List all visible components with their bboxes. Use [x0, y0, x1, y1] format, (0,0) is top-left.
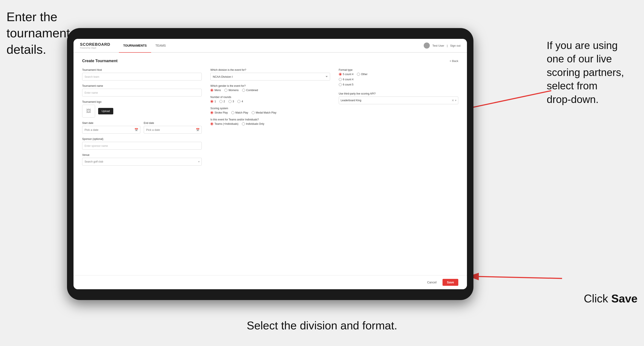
scoring-match[interactable]: Match Play: [231, 111, 248, 114]
team-teams-radio[interactable]: [210, 122, 213, 125]
rounds-1-radio[interactable]: [210, 100, 213, 103]
live-scoring-label: Use third-party live scoring API?: [339, 92, 458, 95]
upload-button[interactable]: Upload: [98, 108, 113, 114]
nav-teams[interactable]: TEAMS: [151, 39, 170, 53]
gender-womens[interactable]: Womens: [224, 89, 239, 92]
gender-radio-group: Mens Womens Combined: [210, 89, 330, 92]
tournament-name-label: Tournament name: [82, 84, 202, 87]
save-button[interactable]: Save: [442, 279, 458, 286]
live-scoring-select[interactable]: Leaderboard King ✕ ▾: [339, 96, 458, 104]
scoring-stroke[interactable]: Stroke Play: [210, 111, 228, 114]
scoring-medal-label: Medal Match Play: [256, 111, 276, 114]
format-5count4-radio[interactable]: [339, 73, 342, 76]
form-col-3: Format type 5 count 4 Other: [339, 68, 458, 170]
scoring-match-radio[interactable]: [231, 111, 234, 114]
rounds-group: Number of rounds 1 2: [210, 96, 330, 103]
gender-womens-radio[interactable]: [224, 89, 228, 92]
svg-line-4: [469, 276, 562, 278]
scoring-medal[interactable]: Medal Match Play: [252, 111, 276, 114]
rounds-2[interactable]: 2: [220, 100, 225, 103]
rounds-4[interactable]: 4: [237, 100, 243, 103]
end-date-input[interactable]: [144, 126, 202, 134]
scoring-radio-group: Stroke Play Match Play Medal Match Play: [210, 111, 330, 114]
end-date-group: End date 📅: [144, 122, 202, 134]
gender-combined-radio[interactable]: [242, 89, 245, 92]
format-6count5-radio[interactable]: [339, 83, 342, 86]
tournament-name-input[interactable]: [82, 89, 202, 96]
start-date-label: Start date: [82, 122, 140, 125]
sponsor-input[interactable]: [82, 142, 202, 150]
nav-tournaments[interactable]: TOURNAMENTS: [119, 39, 151, 53]
format-other[interactable]: Other: [357, 73, 368, 76]
annotation-bottomright: Click Save: [584, 291, 638, 306]
team-individuals-radio[interactable]: [242, 122, 245, 125]
rounds-2-label: 2: [224, 100, 225, 103]
start-date-input[interactable]: [82, 126, 140, 134]
scoring-label: Scoring system: [210, 107, 330, 110]
annotation-bottom: Select the division and format.: [247, 318, 397, 333]
format-row-3: 6 count 5: [339, 83, 458, 86]
brand-subtitle: Powered by Clippit: [80, 47, 110, 49]
sponsor-group: Sponsor (optional): [82, 138, 202, 150]
annotation-topright: If you are using one of our live scoring…: [547, 39, 638, 106]
start-date-group: Start date 📅: [82, 122, 140, 134]
format-row-2: 6 count 4: [339, 78, 458, 81]
gender-combined-label: Combined: [246, 89, 258, 92]
gender-combined[interactable]: Combined: [242, 89, 258, 92]
format-6count4-radio[interactable]: [339, 78, 342, 81]
brand-title: SCOREBOARD: [80, 42, 110, 47]
scoring-stroke-radio[interactable]: [210, 111, 213, 114]
rounds-3-radio[interactable]: [228, 100, 232, 103]
form-header: Create Tournament < Back: [82, 59, 458, 63]
live-scoring-arrow-icon: ▾: [455, 99, 456, 102]
format-6count5[interactable]: 6 count 5: [339, 83, 354, 86]
format-6count5-label: 6 count 5: [343, 83, 354, 86]
form-title: Create Tournament: [82, 59, 118, 63]
tournament-name-group: Tournament name: [82, 84, 202, 96]
main-content: Create Tournament < Back Tournament Host…: [74, 53, 467, 275]
team-radio-group: Teams (+Individuals) Individuals Only: [210, 122, 330, 125]
gender-mens[interactable]: Mens: [210, 89, 221, 92]
format-options: 5 count 4 Other: [339, 73, 458, 86]
division-group: Which division is the event for? NCAA Di…: [210, 68, 330, 81]
team-label: Is this event for Teams and/or Individua…: [210, 118, 330, 121]
format-label: Format type: [339, 68, 458, 71]
format-6count4[interactable]: 6 count 4: [339, 78, 354, 81]
tournament-host-input[interactable]: [82, 73, 202, 81]
back-link[interactable]: < Back: [450, 59, 458, 63]
tournament-host-label: Tournament Host: [82, 68, 202, 71]
rounds-3[interactable]: 3: [228, 100, 234, 103]
rounds-1[interactable]: 1: [210, 100, 216, 103]
rounds-4-radio[interactable]: [237, 100, 240, 103]
live-scoring-group: Use third-party live scoring API? Leader…: [339, 92, 458, 104]
sign-out-link[interactable]: Sign out: [450, 44, 460, 47]
format-5count4[interactable]: 5 count 4: [339, 73, 354, 76]
logo-upload-area: 🖼 Upload: [82, 105, 202, 118]
rounds-2-radio[interactable]: [220, 100, 222, 103]
scoring-stroke-label: Stroke Play: [214, 111, 228, 114]
brand: SCOREBOARD Powered by Clippit: [80, 42, 110, 49]
gender-mens-radio[interactable]: [210, 89, 213, 92]
form-col-2: Which division is the event for? NCAA Di…: [210, 68, 330, 170]
logo-placeholder: 🖼: [82, 105, 95, 118]
team-teams-label: Teams (+Individuals): [214, 122, 238, 125]
scoring-medal-radio[interactable]: [252, 111, 255, 114]
sponsor-label: Sponsor (optional): [82, 138, 202, 141]
tablet-screen: SCOREBOARD Powered by Clippit TOURNAMENT…: [74, 39, 467, 289]
scoring-match-label: Match Play: [236, 111, 248, 114]
cancel-button[interactable]: Cancel: [424, 279, 440, 286]
form-footer: Cancel Save: [74, 275, 467, 289]
team-individuals-label: Individuals Only: [246, 122, 264, 125]
rounds-radio-group: 1 2 3: [210, 100, 330, 103]
division-select[interactable]: NCAA Division I: [210, 73, 330, 81]
annotation-topleft: Enter the tournament details.: [6, 9, 70, 57]
live-scoring-clear-icon[interactable]: ✕: [452, 99, 454, 102]
gender-group: Which gender is the event for? Mens Wome…: [210, 84, 330, 92]
team-teams[interactable]: Teams (+Individuals): [210, 122, 238, 125]
venue-input[interactable]: [82, 158, 202, 166]
format-other-radio[interactable]: [357, 73, 360, 76]
venue-group: Venue ▾: [82, 154, 202, 166]
venue-label: Venue: [82, 154, 202, 157]
team-individuals[interactable]: Individuals Only: [242, 122, 264, 125]
gender-mens-label: Mens: [214, 89, 221, 92]
